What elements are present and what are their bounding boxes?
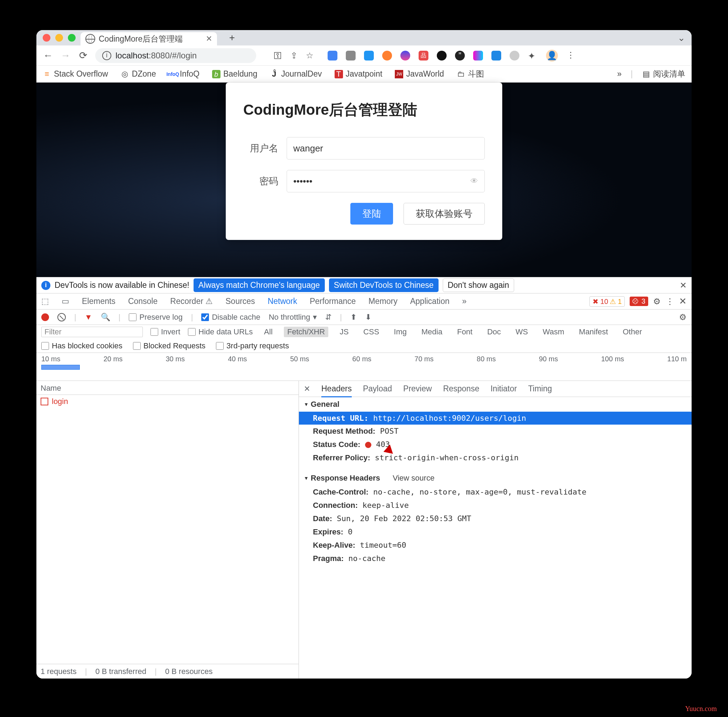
tab-initiator[interactable]: Initiator — [490, 384, 517, 394]
type-manifest[interactable]: Manifest — [575, 326, 612, 337]
blocked-cookies-checkbox[interactable]: Has blocked cookies — [41, 341, 122, 351]
extension-icon[interactable] — [473, 51, 483, 61]
type-font[interactable]: Font — [454, 326, 476, 337]
chrome-menu-icon[interactable]: ⋯ — [566, 51, 576, 60]
trial-account-button[interactable]: 获取体验账号 — [404, 203, 485, 224]
type-media[interactable]: Media — [418, 326, 446, 337]
tab-memory[interactable]: Memory — [369, 297, 398, 306]
bookmark-item[interactable]: JWJavaWorld — [395, 69, 444, 79]
login-button[interactable]: 登陆 — [350, 203, 393, 224]
tab-application[interactable]: Application — [410, 297, 450, 306]
device-icon[interactable]: ▭ — [61, 297, 69, 306]
extension-icon[interactable]: ” — [455, 51, 465, 61]
blocked-requests-checkbox[interactable]: Blocked Requests — [133, 341, 205, 351]
bookmark-overflow-icon[interactable]: » — [617, 69, 622, 79]
window-close-button[interactable] — [43, 34, 50, 42]
tab-recorder[interactable]: Recorder ⚠ — [170, 297, 213, 306]
third-party-checkbox[interactable]: 3rd-party requests — [216, 341, 289, 351]
preserve-log-checkbox[interactable]: Preserve log — [129, 313, 183, 322]
type-ws[interactable]: WS — [512, 326, 531, 337]
tab-response[interactable]: Response — [443, 384, 480, 394]
extension-icon[interactable] — [401, 51, 410, 61]
bookmark-item[interactable]: ≡Stack Overflow — [43, 69, 108, 79]
username-input[interactable]: wanger — [287, 137, 485, 160]
type-js[interactable]: JS — [336, 326, 352, 337]
extension-icon[interactable] — [437, 51, 447, 61]
eye-icon[interactable]: 👁 — [470, 177, 478, 186]
browser-tab[interactable]: CodingMore后台管理端 ✕ — [81, 32, 217, 46]
request-row[interactable]: login — [37, 395, 298, 408]
invert-checkbox[interactable]: Invert — [150, 327, 180, 336]
tab-console[interactable]: Console — [128, 297, 158, 306]
extension-icon[interactable] — [364, 51, 374, 61]
banner-close-icon[interactable]: ✕ — [680, 281, 687, 290]
type-wasm[interactable]: Wasm — [539, 326, 568, 337]
tab-close-icon[interactable]: ✕ — [206, 34, 212, 43]
throttling-select[interactable]: No throttling ▾ — [269, 313, 317, 322]
tab-elements[interactable]: Elements — [82, 297, 116, 306]
tab-timing[interactable]: Timing — [528, 384, 552, 394]
extension-icon[interactable] — [491, 51, 501, 61]
dont-show-button[interactable]: Don't show again — [443, 278, 514, 292]
record-button[interactable] — [41, 313, 49, 321]
tab-preview[interactable]: Preview — [403, 384, 432, 394]
bookmark-item[interactable]: 𝘣Baeldung — [212, 69, 257, 79]
wifi-icon[interactable]: ⇵ — [325, 313, 332, 322]
password-input[interactable]: ••••••👁 — [287, 170, 485, 192]
extension-icon[interactable] — [327, 51, 337, 61]
disable-cache-checkbox[interactable]: Disable cache — [201, 313, 260, 322]
extension-icon[interactable] — [509, 51, 519, 61]
network-settings-icon[interactable]: ⚙ — [679, 312, 687, 322]
general-section[interactable]: ▼General — [299, 397, 691, 412]
tab-menu-chevron-icon[interactable]: ⌄ — [678, 32, 685, 43]
issues-badge[interactable]: ⛒ 3 — [630, 297, 648, 306]
key-icon[interactable]: ⚿ — [274, 51, 282, 61]
new-tab-button[interactable]: + — [227, 32, 237, 43]
type-doc[interactable]: Doc — [484, 326, 504, 337]
bookmark-item[interactable]: 🗀斗图 — [457, 69, 484, 79]
tab-overflow[interactable]: » — [462, 297, 466, 306]
tab-sources[interactable]: Sources — [225, 297, 255, 306]
always-match-button[interactable]: Always match Chrome's language — [194, 278, 325, 292]
back-button[interactable]: ← — [43, 50, 53, 61]
upload-icon[interactable]: ⬆ — [350, 313, 356, 322]
tab-network[interactable]: Network — [268, 297, 297, 306]
tab-performance[interactable]: Performance — [310, 297, 356, 306]
more-icon[interactable]: ⋮ — [666, 297, 674, 307]
bookmark-item[interactable]: InfoQInfoQ — [169, 69, 199, 79]
reading-list-button[interactable]: ▤阅读清单 — [642, 69, 685, 79]
extension-icon[interactable] — [382, 51, 392, 61]
view-source-link[interactable]: View source — [393, 474, 434, 483]
star-icon[interactable]: ☆ — [306, 51, 314, 61]
settings-icon[interactable]: ⚙ — [653, 297, 661, 307]
type-fetch-xhr[interactable]: Fetch/XHR — [284, 326, 329, 337]
extensions-menu-icon[interactable]: ✦ — [528, 51, 538, 61]
search-icon[interactable]: 🔍 — [101, 313, 110, 322]
tab-payload[interactable]: Payload — [363, 384, 392, 394]
network-timeline[interactable]: 10 ms20 ms30 ms40 ms50 ms60 ms70 ms80 ms… — [37, 353, 691, 381]
type-all[interactable]: All — [260, 326, 276, 337]
tab-headers[interactable]: Headers — [321, 384, 352, 397]
bookmark-item[interactable]: TJavatpoint — [335, 69, 382, 79]
url-field[interactable]: i localhost:8080/#/login — [95, 48, 256, 63]
window-minimize-button[interactable] — [55, 34, 63, 42]
window-zoom-button[interactable] — [68, 34, 76, 42]
inspect-icon[interactable]: ⬚ — [41, 297, 49, 306]
reload-button[interactable]: ⟳ — [78, 50, 88, 61]
detail-close-icon[interactable]: ✕ — [304, 384, 310, 394]
error-badge[interactable]: ✖ 10 ⚠ 1 — [589, 296, 625, 307]
type-img[interactable]: Img — [390, 326, 410, 337]
type-css[interactable]: CSS — [360, 326, 382, 337]
filter-icon[interactable]: ▼ — [85, 313, 92, 322]
response-headers-section[interactable]: ▼Response HeadersView source — [299, 471, 691, 485]
filter-input[interactable]: Filter — [41, 326, 143, 337]
devtools-close-icon[interactable]: ✕ — [679, 296, 687, 307]
share-icon[interactable]: ⇪ — [291, 51, 298, 61]
clear-icon[interactable] — [57, 313, 66, 322]
bookmark-item[interactable]: ĴJournalDev — [270, 69, 322, 79]
hide-data-urls-checkbox[interactable]: Hide data URLs — [188, 327, 253, 336]
type-other[interactable]: Other — [619, 326, 645, 337]
request-list-header[interactable]: Name — [37, 381, 298, 395]
bookmark-item[interactable]: ◎DZone — [121, 69, 156, 79]
download-icon[interactable]: ⬇ — [365, 313, 372, 322]
